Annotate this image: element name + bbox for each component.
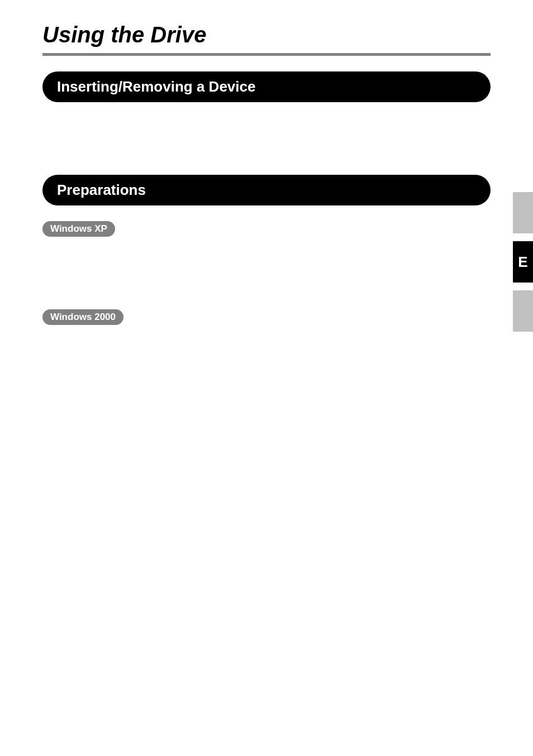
section-heading-preparations: Preparations [42, 175, 491, 205]
side-tab-active[interactable]: E [513, 241, 533, 283]
side-tab-3[interactable] [513, 290, 533, 332]
os-label-windows-2000: Windows 2000 [42, 309, 123, 325]
section-heading-inserting-removing: Inserting/Removing a Device [42, 71, 491, 102]
page-title: Using the Drive [42, 22, 491, 47]
title-divider [42, 53, 491, 56]
os-label-windows-xp: Windows XP [42, 221, 115, 237]
side-tab-group: E [513, 192, 533, 332]
side-tab-1[interactable] [513, 192, 533, 233]
